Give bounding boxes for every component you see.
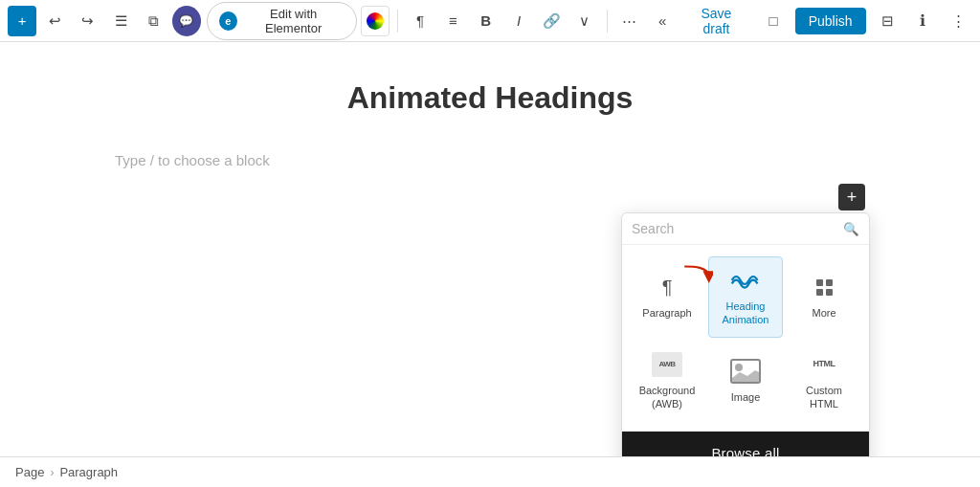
block-picker-popup: 🔍 ¶ Paragraph <box>621 212 870 456</box>
copy-icon: ⧉ <box>148 12 159 30</box>
sidebar-icon: ⊟ <box>881 12 894 30</box>
collapse-button[interactable]: « <box>648 6 677 36</box>
page-title: Animated Headings <box>115 80 865 116</box>
block-item-more-label: More <box>812 306 835 320</box>
toolbar-right: Save draft □ Publish ⊟ ℹ ⋮ <box>680 2 972 40</box>
block-item-background-awb[interactable]: AWB Background(AWB) <box>630 342 704 421</box>
chevron-down-icon: ∨ <box>579 12 590 30</box>
status-bar: Page › Paragraph <box>0 456 980 487</box>
ellipsis-icon: ⋯ <box>622 12 636 30</box>
bold-icon: B <box>480 12 491 29</box>
browse-all-button[interactable]: Browse all <box>622 432 869 456</box>
add-block-toolbar-button[interactable]: + <box>8 6 36 36</box>
align-button[interactable]: ≡ <box>438 6 467 36</box>
info-icon: ℹ <box>920 11 925 30</box>
block-item-custom-html-label: Custom HTML <box>791 384 858 411</box>
view-button[interactable]: □ <box>760 6 788 36</box>
block-item-image[interactable]: Image <box>708 342 783 421</box>
link-button[interactable]: 🔗 <box>537 6 566 36</box>
chat-icon: 💬 <box>179 14 193 28</box>
block-item-paragraph-label: Paragraph <box>642 306 691 320</box>
block-item-heading-animation[interactable]: HeadingAnimation <box>708 256 783 338</box>
heading-animation-icon <box>730 267 761 294</box>
list-icon: ☰ <box>115 12 127 30</box>
more-vertical-icon: ⋮ <box>951 12 966 30</box>
bold-button[interactable]: B <box>472 6 501 36</box>
block-picker-search: 🔍 <box>622 213 869 245</box>
breadcrumb-section: Paragraph <box>59 465 118 479</box>
background-awb-icon: AWB <box>652 351 682 378</box>
edit-with-elementor-button[interactable]: e Edit with Elementor <box>207 2 357 40</box>
editor-area: Animated Headings Type / to choose a blo… <box>0 42 980 456</box>
placeholder-text: Type / to choose a block <box>115 152 270 168</box>
sidebar-toggle-button[interactable]: ⊟ <box>874 6 902 36</box>
image-block-icon <box>730 358 761 385</box>
block-grid: ¶ Paragraph <box>622 245 869 432</box>
search-icon: 🔍 <box>843 222 859 236</box>
view-icon: □ <box>769 12 778 29</box>
toolbar-divider <box>397 10 398 33</box>
italic-button[interactable]: I <box>504 6 533 36</box>
paragraph-block-icon: ¶ <box>652 274 682 300</box>
search-button[interactable]: 🔍 <box>843 222 859 236</box>
more-options-button[interactable]: ⋮ <box>945 6 972 36</box>
main-content: Animated Headings Type / to choose a blo… <box>0 42 980 456</box>
save-draft-button[interactable]: Save draft <box>680 2 751 40</box>
document-overview-button[interactable]: ☰ <box>106 6 135 36</box>
block-item-heading-animation-label: HeadingAnimation <box>723 299 769 327</box>
breadcrumb-page: Page <box>15 465 44 479</box>
paragraph-format-button[interactable]: ¶ <box>406 6 434 36</box>
elementor-button-label: Edit with Elementor <box>243 7 345 35</box>
toolbar-divider-2 <box>607 10 608 33</box>
chat-icon-btn[interactable]: 💬 <box>172 6 201 36</box>
publish-button[interactable]: Publish <box>795 8 866 34</box>
italic-icon: I <box>517 12 521 29</box>
block-item-image-label: Image <box>731 390 761 404</box>
plus-icon: + <box>18 12 27 29</box>
add-block-button[interactable]: + <box>838 184 865 210</box>
options-button[interactable]: ⋯ <box>615 6 644 36</box>
color-swatch-icon[interactable] <box>361 6 390 36</box>
elementor-logo-icon: e <box>219 11 237 31</box>
redo-icon: ↪ <box>81 12 94 30</box>
undo-icon: ↩ <box>49 12 61 30</box>
align-icon: ≡ <box>449 12 457 29</box>
custom-html-icon: HTML <box>809 351 839 378</box>
info-button[interactable]: ℹ <box>909 6 937 36</box>
block-item-background-awb-label: Background(AWB) <box>639 384 696 411</box>
link-icon: 🔗 <box>543 12 561 30</box>
redo-button[interactable]: ↪ <box>74 6 102 36</box>
breadcrumb-separator: › <box>50 466 54 479</box>
collapse-icon: « <box>658 12 666 29</box>
block-item-more[interactable]: More <box>787 256 861 338</box>
copy-button[interactable]: ⧉ <box>139 6 167 36</box>
search-input[interactable] <box>632 221 837 236</box>
block-placeholder[interactable]: Type / to choose a block <box>115 144 865 176</box>
more-rich-text-button[interactable]: ∨ <box>569 6 598 36</box>
undo-button[interactable]: ↩ <box>40 6 69 36</box>
more-blocks-icon <box>809 274 839 300</box>
toolbar: + ↩ ↪ ☰ ⧉ 💬 e Edit with Elementor ¶ ≡ B … <box>0 0 980 42</box>
block-item-paragraph[interactable]: ¶ Paragraph <box>630 256 704 338</box>
paragraph-icon: ¶ <box>416 12 424 29</box>
block-item-custom-html[interactable]: HTML Custom HTML <box>787 342 861 421</box>
